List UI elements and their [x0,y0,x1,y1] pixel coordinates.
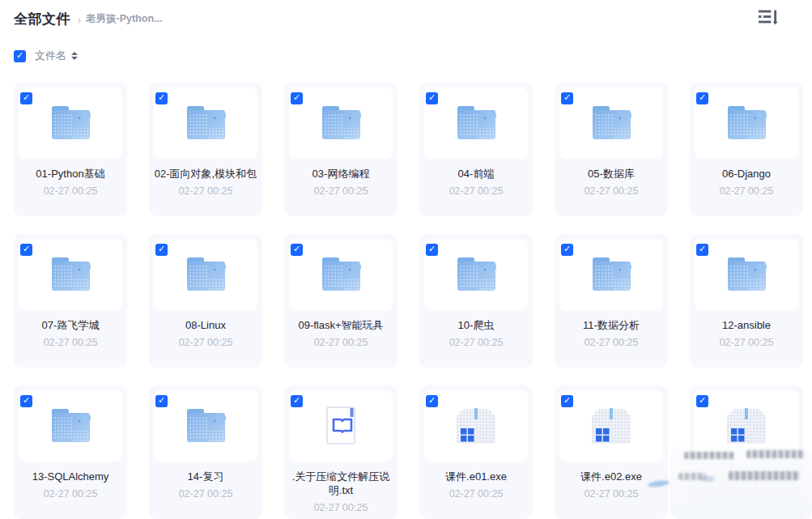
sort-by-name-label[interactable]: 文件名 [35,49,66,63]
file-name[interactable]: 03-网络编程 [284,167,397,181]
file-date: 02-27 00:25 [419,488,533,500]
file-date: 02-27 00:25 [419,185,533,197]
file-name[interactable]: 09-flask+智能玩具 [284,318,397,332]
file-thumbnail [424,87,528,159]
file-date: 02-27 00:25 [555,488,668,500]
file-checkbox[interactable]: ✓ [291,395,303,407]
file-name[interactable]: 课件.e02.exe [555,470,668,483]
check-icon: ✓ [155,91,168,104]
file-checkbox[interactable]: ✓ [561,244,573,256]
file-checkbox[interactable]: ✓ [20,92,32,104]
file-name[interactable]: 05-数据库 [555,167,668,181]
check-icon: ✓ [155,243,168,255]
exe-file-icon [589,405,634,447]
file-card[interactable]: ✓ 09-flask+智能玩具 02-27 00:25 [284,234,397,368]
file-name[interactable]: 13-SQLAlchemy [14,470,127,483]
file-name[interactable]: 07-路飞学城 [14,318,127,332]
file-card[interactable]: ✓ 14-复习 02-27 00:25 [149,385,262,519]
file-checkbox[interactable]: ✓ [20,395,32,407]
check-icon: ✓ [291,394,303,406]
page-title: 全部文件 [14,10,70,28]
file-card[interactable]: ✓ 13-SQLAlchemy 02-27 00:25 [14,385,127,519]
file-card[interactable]: ✓ 12-ansible 02-27 00:25 [690,234,803,368]
file-name[interactable]: 11-数据分析 [555,318,668,332]
file-checkbox[interactable]: ✓ [561,395,573,407]
check-icon: ✓ [696,91,708,104]
exe-file-icon [724,405,769,447]
check-icon: ✓ [426,394,438,406]
file-card[interactable]: ✓ 01-Python基础 02-27 00:25 [14,83,127,216]
file-checkbox[interactable]: ✓ [696,92,708,104]
file-card[interactable]: ✓ 06-Django 02-27 00:25 [690,83,803,216]
file-date: 02-27 00:25 [690,337,803,348]
folder-icon [183,407,228,445]
file-card[interactable]: ✓ 02-面向对象,模块和包 02-27 00:25 [149,83,262,216]
check-icon: ✓ [561,394,573,406]
file-thumbnail [695,390,798,462]
file-name[interactable]: 10-爬虫 [419,318,533,332]
file-date: 02-27 00:25 [690,185,803,197]
file-date: 02-27 00:25 [14,185,127,197]
file-checkbox[interactable]: ✓ [561,92,573,104]
check-icon: ✓ [14,49,26,62]
file-name[interactable]: 08-Linux [149,318,262,332]
file-name[interactable]: 06-Django [690,167,803,181]
file-checkbox[interactable]: ✓ [155,395,168,407]
txt-file-icon [323,405,359,447]
file-name[interactable]: 02-面向对象,模块和包 [149,167,262,181]
check-icon: ✓ [426,243,438,255]
file-card[interactable]: ✓ 课件.e01.exe 02-27 00:25 [419,385,533,519]
file-card[interactable]: ✓ 课件.e02.exe 02-27 00:25 [555,385,668,519]
file-name[interactable]: .关于压缩文件解压说明.txt [284,470,397,497]
file-checkbox[interactable]: ✓ [155,92,168,104]
file-card[interactable]: ✓ .关于压缩文件解压说明.txt 02-27 00:25 [284,385,397,519]
file-card[interactable]: ✓ 05-数据库 02-27 00:25 [555,83,668,216]
file-card[interactable]: ✓ 07-路飞学城 02-27 00:25 [14,234,127,368]
file-name[interactable]: 04-前端 [419,167,533,181]
file-name[interactable] [690,470,803,480]
file-thumbnail [424,390,528,462]
check-icon: ✓ [20,243,32,255]
file-checkbox[interactable]: ✓ [291,92,303,104]
select-all-checkbox[interactable]: ✓ [14,50,26,62]
check-icon: ✓ [291,243,303,255]
file-checkbox[interactable]: ✓ [155,244,168,256]
file-date: 02-27 00:25 [419,337,533,348]
file-thumbnail [154,239,257,310]
file-card[interactable]: ✓ 08-Linux 02-27 00:25 [149,234,262,368]
check-icon: ✓ [155,394,168,406]
folder-icon [589,256,634,293]
file-date: 02-27 00:25 [149,185,262,197]
file-thumbnail [559,390,663,462]
check-icon: ✓ [696,394,708,406]
file-name[interactable]: 01-Python基础 [14,167,127,181]
sort-list-icon[interactable] [759,9,780,27]
file-thumbnail [289,390,393,462]
file-name[interactable]: 12-ansible [690,318,803,332]
file-name[interactable]: 14-复习 [149,470,262,483]
file-checkbox[interactable]: ✓ [426,92,438,104]
file-card[interactable]: ✓ 03-网络编程 02-27 00:25 [284,83,397,216]
file-date: 02-27 00:25 [555,337,668,348]
file-checkbox[interactable]: ✓ [696,244,708,256]
file-checkbox[interactable]: ✓ [696,395,708,407]
file-date: 02-27 00:25 [14,488,127,500]
breadcrumb[interactable]: 老男孩-Python... [86,12,162,26]
file-checkbox[interactable]: ✓ [20,244,32,256]
file-thumbnail [154,87,257,159]
file-checkbox[interactable]: ✓ [426,244,438,256]
file-name[interactable]: 课件.e01.exe [419,470,533,483]
file-checkbox[interactable]: ✓ [291,244,303,256]
folder-icon [48,256,93,293]
file-card[interactable]: ✓ 04-前端 02-27 00:25 [419,83,533,216]
sort-caret-icon[interactable] [71,52,78,60]
file-thumbnail [289,239,393,310]
file-card[interactable]: ✓ 10-爬虫 02-27 00:25 [419,234,533,368]
check-icon: ✓ [561,91,573,104]
folder-icon [589,104,634,142]
file-card[interactable]: ✓ 11-数据分析 02-27 00:25 [555,234,668,368]
file-checkbox[interactable]: ✓ [426,395,438,407]
file-date: 02-27 00:25 [149,488,262,500]
check-icon: ✓ [426,91,438,104]
file-card[interactable]: ✓ [690,385,803,519]
